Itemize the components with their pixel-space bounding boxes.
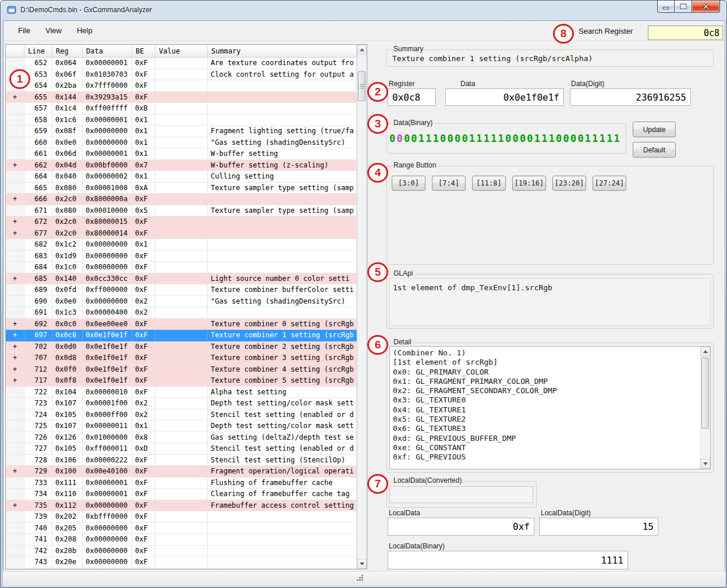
cell-data: 0xff000011 xyxy=(83,443,132,455)
detail-scroll-thumb[interactable] xyxy=(701,358,709,429)
table-row[interactable]: 6910x1c30x000004000x2 xyxy=(6,307,357,319)
title-bar[interactable]: D:\DemoCmds.bin - GxCommandAnalyzer xyxy=(1,1,726,20)
table-row[interactable]: 7410x2080x000000000xF xyxy=(6,534,357,546)
table-row[interactable]: 7400x2050x000000000xF xyxy=(6,523,357,534)
table-row[interactable]: 7340x1100x000000010xFClearing of framebu… xyxy=(6,489,357,500)
range-button-7-4[interactable]: [7:4] xyxy=(432,176,466,191)
scrollbar-thumb[interactable] xyxy=(358,71,366,101)
table-row[interactable]: +7020x0d00x0e1f0e1f0xFTexture combiner 2… xyxy=(6,341,357,353)
maximize-button[interactable] xyxy=(675,1,692,13)
table-row[interactable]: 7270x1050xff0000110xDStencil test settin… xyxy=(6,443,357,455)
cell-value xyxy=(155,183,208,194)
register-field[interactable]: 0x0c8 xyxy=(388,88,436,106)
menu-item-help[interactable]: Help xyxy=(69,22,100,39)
table-row[interactable]: 6830x1d90x000000000xF xyxy=(6,251,357,262)
table-row[interactable]: 6710x0800x000100000x5Texture sampler typ… xyxy=(6,205,357,217)
column-header-reg[interactable]: Reg xyxy=(52,45,83,57)
cell-data: 0x00000000 xyxy=(83,523,132,534)
localdata-field[interactable]: 0xf xyxy=(388,518,534,536)
table-row[interactable]: 6600x0e00x000000000x1"Gas setting (shadi… xyxy=(6,137,357,149)
table-row[interactable]: 6580x1c60x000000010x1 xyxy=(6,115,357,126)
localdata-converted-field[interactable] xyxy=(389,486,533,503)
grid-scrollbar[interactable] xyxy=(357,45,367,569)
detail-scroll-down-button[interactable] xyxy=(701,459,710,469)
binary-digit: 0 xyxy=(570,133,577,144)
menu-item-file[interactable]: File xyxy=(10,22,38,39)
table-row[interactable]: 6900x0e00x000000000x2"Gas setting (shadi… xyxy=(6,296,357,308)
table-row[interactable]: +7120x0f00x0e1f0e1f0xFTexture combiner 4… xyxy=(6,364,357,376)
localdata-digit-field[interactable]: 15 xyxy=(539,518,658,536)
table-row[interactable]: +6550x1440x39293a150xF xyxy=(6,92,357,104)
range-button-11-8[interactable]: [11:8] xyxy=(472,176,506,191)
range-button-19-16[interactable]: [19:16] xyxy=(512,176,546,191)
table-row[interactable]: 7280x1060x000002220xFStencil test settin… xyxy=(6,455,357,466)
data-digit-field[interactable]: 236916255 xyxy=(570,88,691,106)
table-row[interactable]: 6610x06d0x000000010x1W-buffer setting xyxy=(6,148,357,160)
default-button[interactable]: Default xyxy=(633,142,676,158)
data-field[interactable]: 0x0e1f0e1f xyxy=(445,88,564,106)
cell-summary xyxy=(208,262,357,273)
table-row[interactable]: +7290x1000x00e401000xFFragment operation… xyxy=(6,466,357,477)
cell-be: 0xD xyxy=(132,443,155,455)
column-header-summary[interactable]: Summary xyxy=(208,45,357,57)
column-header-value[interactable]: Value xyxy=(155,45,208,57)
detail-textbox[interactable]: (Combiner No. 1)[1st element of srcRgb]0… xyxy=(389,346,711,469)
cell-reg: 0x2ba xyxy=(52,80,83,92)
table-row[interactable]: +6770x2c00x800000140xF xyxy=(6,228,357,240)
table-row[interactable]: 6840x1c00x000000000xF xyxy=(6,262,357,273)
minimize-button[interactable] xyxy=(657,1,675,13)
table-row[interactable]: 7240x1050x0000ff000x2Stencil test settin… xyxy=(6,409,357,421)
cell-summary: Are texture coordinates output fro xyxy=(208,58,357,69)
table-row[interactable]: +6660x2c00x8000000a0xF xyxy=(6,194,357,205)
column-header-data[interactable]: Data xyxy=(83,45,132,57)
table-row[interactable]: 6590x08f0x000000000x1Fragment lighting s… xyxy=(6,126,357,137)
table-row[interactable]: 6530x06f0x010307030xFClock control setti… xyxy=(6,69,357,81)
table-row[interactable]: +7170x0f80x0e1f0e1f0xFTexture combiner 5… xyxy=(6,375,357,387)
scrollbar-up-button[interactable] xyxy=(357,45,367,55)
update-button[interactable]: Update xyxy=(633,122,676,137)
table-row[interactable]: +7070x0d80x0e1f0e1f0xFTexture combiner 3… xyxy=(6,352,357,364)
table-row[interactable]: 7250x1070x000000110x1Depth test setting/… xyxy=(6,420,357,432)
cell-reg: 0x080 xyxy=(52,183,83,194)
table-row[interactable]: 6820x1c20x000000000x1 xyxy=(6,239,357,251)
table-row[interactable]: 6540x2ba0x7fff00000xF xyxy=(6,80,357,92)
range-button-23-20[interactable]: [23:20] xyxy=(552,176,586,191)
table-row[interactable]: 6520x0640x000000010xFAre texture coordin… xyxy=(6,58,357,69)
column-header-be[interactable]: BE xyxy=(132,45,155,57)
scrollbar-down-button[interactable] xyxy=(357,559,367,569)
table-row[interactable]: 7230x1070x00001f000x2Depth test setting/… xyxy=(6,398,357,409)
cell-reg: 0x202 xyxy=(52,511,83,523)
table-row[interactable]: +6920x0c00x0ee00ee00xFTexture combiner 0… xyxy=(6,319,357,330)
cell-value xyxy=(155,364,208,376)
table-row[interactable]: +7350x1120x000000000xFFramebuffer access… xyxy=(6,500,357,512)
table-row[interactable]: +6850x1400x0cc330cc0xFLight source numbe… xyxy=(6,273,357,285)
range-button-3-0[interactable]: [3:0] xyxy=(392,176,425,191)
table-row[interactable]: +6970x0c80x0e1f0e1f0xFTexture combiner 1… xyxy=(6,330,357,341)
search-register-input[interactable] xyxy=(648,26,723,40)
table-row[interactable]: 7430x20e0x000000000xF xyxy=(6,557,357,568)
table-row[interactable]: 6650x0800x000010000xATexture sampler typ… xyxy=(6,183,357,194)
detail-line: [1st element of srcRgb] xyxy=(393,358,697,367)
range-button-27-24[interactable]: [27:24] xyxy=(593,176,626,191)
cell-data: 0x01030703 xyxy=(83,69,132,81)
resize-grip-icon[interactable] xyxy=(357,575,365,583)
detail-scrollbar[interactable] xyxy=(700,347,710,469)
cell-line: 652 xyxy=(24,58,52,69)
table-row[interactable]: 7420x20b0x000000000xF xyxy=(6,546,357,557)
table-row[interactable]: 6890x0fd0xff0000000xFTexture combiner bu… xyxy=(6,284,357,296)
table-row[interactable]: 7220x1040x000000100xFAlpha test setting xyxy=(6,387,357,398)
cell-data: 0x0ee00ee0 xyxy=(83,319,132,330)
column-header-line[interactable]: Line xyxy=(24,45,52,57)
table-row[interactable]: 7330x1110x000000010xFFlushing of framebu… xyxy=(6,477,357,489)
table-row[interactable]: 7260x1260x010000000x8Gas setting (deltaZ… xyxy=(6,432,357,444)
table-row[interactable]: 7390x2020xbfff00000xF xyxy=(6,511,357,523)
table-row[interactable]: 6640x0400x000000020x1Culling setting xyxy=(6,171,357,183)
column-header-marker[interactable] xyxy=(6,45,24,57)
table-row[interactable]: +6720x2c00x800000150xF xyxy=(6,216,357,228)
table-row[interactable]: 6570x1c40xff00ffff0xB xyxy=(6,103,357,115)
menu-item-view[interactable]: View xyxy=(38,22,69,39)
close-button[interactable] xyxy=(692,1,720,13)
localdata-binary-field[interactable]: 1111 xyxy=(388,551,628,569)
detail-scroll-up-button[interactable] xyxy=(701,347,710,357)
table-row[interactable]: +6620x04d0x00bf00000x7W-buffer setting (… xyxy=(6,160,357,172)
